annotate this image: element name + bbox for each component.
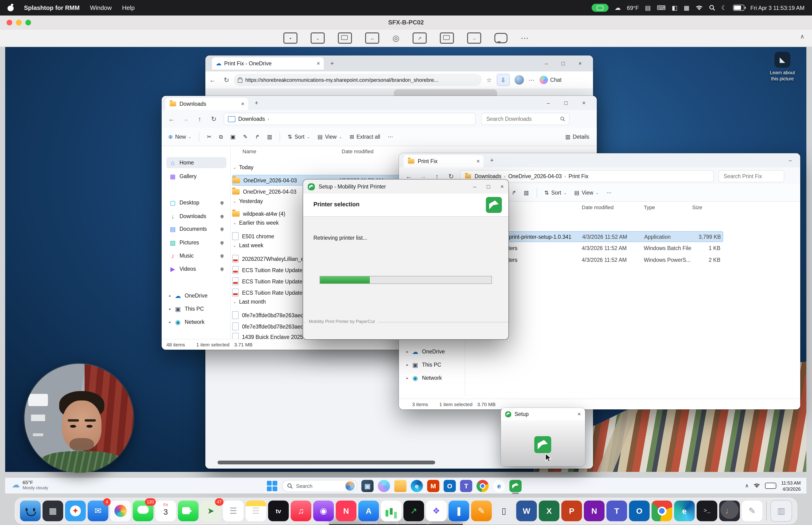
close-tab-icon[interactable]: × bbox=[241, 101, 244, 107]
address-bar[interactable]: https://shorebreakcommunications-my.shar… bbox=[233, 74, 482, 86]
up-icon[interactable]: ↑ bbox=[430, 172, 444, 180]
forward-icon[interactable]: → bbox=[179, 115, 193, 123]
view-button[interactable]: ▤ View⌄ bbox=[318, 134, 342, 140]
dock-item-finder[interactable] bbox=[20, 500, 41, 521]
taskbar-app-copilot[interactable] bbox=[378, 480, 390, 492]
dock-item-pages[interactable]: ✎ bbox=[471, 500, 492, 521]
search-input[interactable] bbox=[723, 173, 780, 180]
fit-screen-icon[interactable]: ↔ bbox=[365, 32, 379, 44]
hidden-icons-chevron[interactable]: ∧ bbox=[745, 483, 749, 489]
sidebar-item-this-pc[interactable]: ▸▣This PC bbox=[166, 303, 227, 314]
wifi-icon[interactable] bbox=[753, 483, 761, 488]
breadcrumb-print-fix[interactable]: Print Fix bbox=[569, 174, 588, 179]
dock-item-maps[interactable]: ➤47 bbox=[200, 500, 221, 521]
search-box[interactable] bbox=[481, 113, 569, 125]
refresh-icon[interactable]: ↻ bbox=[207, 115, 221, 123]
sidebar-item-home[interactable]: ⌂Home bbox=[166, 157, 227, 168]
paste-icon[interactable]: ▣ bbox=[230, 134, 235, 140]
rename-icon[interactable]: ✎ bbox=[243, 134, 247, 140]
taskbar-app-chrome[interactable] bbox=[476, 480, 489, 492]
dock-item-phone-mirroring[interactable]: ▯ bbox=[494, 500, 514, 521]
menu-help[interactable]: Help bbox=[122, 4, 135, 11]
more-options-icon[interactable]: ⋯ bbox=[521, 33, 528, 43]
minimize-icon[interactable]: – bbox=[547, 100, 550, 106]
close-tab-icon[interactable]: × bbox=[476, 158, 480, 165]
group-last-week[interactable]: ⌄Last week bbox=[233, 242, 263, 248]
fullscreen-icon[interactable]: ↗ bbox=[413, 32, 427, 44]
learn-about-this-picture[interactable]: ◣ Learn about this picture bbox=[762, 52, 802, 82]
dock-item-terminal[interactable]: >_ bbox=[696, 500, 717, 521]
downloads-tab[interactable]: Downloads × bbox=[165, 98, 248, 110]
dock-item-photos[interactable] bbox=[110, 500, 131, 521]
sidebar-item-videos[interactable]: ▶Videos bbox=[166, 263, 227, 274]
sidebar-item-onedrive[interactable]: ▸☁OneDrive bbox=[166, 290, 227, 301]
breadcrumb-downloads[interactable]: Downloads bbox=[475, 174, 501, 179]
minimize-icon[interactable]: – bbox=[789, 157, 792, 164]
maximize-icon[interactable]: □ bbox=[487, 183, 490, 190]
taskbar-app-file-explorer[interactable] bbox=[394, 480, 407, 492]
extract-all-button[interactable]: ⊞ Extract all bbox=[350, 134, 380, 140]
search-input[interactable] bbox=[486, 116, 557, 122]
dock-item-calendar[interactable]: Fri3 bbox=[155, 500, 176, 521]
dock-item-textedit[interactable]: ✎ bbox=[742, 500, 763, 521]
cloud-status-icon[interactable]: ☁ bbox=[615, 4, 621, 11]
window-manager-icon[interactable]: ▤ bbox=[645, 4, 651, 11]
column-name[interactable]: Name bbox=[243, 149, 256, 154]
focus-moon-icon[interactable]: ☾ bbox=[721, 4, 727, 11]
taskbar-weather-widget[interactable]: ☁ 65°F Mostly cloudy bbox=[12, 479, 48, 490]
dock-item-powerpoint[interactable]: P bbox=[561, 500, 582, 521]
tree-item-network[interactable]: ▸◉Network bbox=[404, 372, 464, 384]
chat-icon[interactable] bbox=[494, 33, 507, 43]
copilot-icon[interactable] bbox=[539, 76, 548, 84]
dock-item-podcasts[interactable]: ◉ bbox=[313, 500, 334, 521]
dock-item-outlook[interactable]: O bbox=[629, 500, 650, 521]
multi-monitor-icon[interactable] bbox=[338, 32, 352, 44]
session-info-icon[interactable]: ▪ bbox=[284, 32, 297, 44]
taskbar-search[interactable]: Search bbox=[282, 480, 357, 492]
new-tab-icon[interactable]: + bbox=[330, 60, 334, 67]
dock-item-trash[interactable]: ▥ bbox=[770, 500, 792, 522]
battery-icon[interactable] bbox=[733, 5, 744, 11]
dock-item-teams[interactable]: T bbox=[607, 500, 627, 521]
column-type[interactable]: Type bbox=[644, 205, 655, 210]
taskbar-app-papercut-setup[interactable] bbox=[509, 480, 522, 492]
horizontal-scrollbar[interactable] bbox=[218, 461, 435, 464]
breadcrumb-onedrive-folder[interactable]: OneDrive_2026-04-03 bbox=[508, 174, 562, 179]
start-button[interactable] bbox=[266, 480, 278, 491]
spotlight-icon[interactable] bbox=[709, 5, 715, 11]
app-menu[interactable]: Splashtop for RMM bbox=[24, 4, 80, 11]
view-options-icon[interactable]: ◎ bbox=[393, 33, 399, 43]
dock-item-facetime[interactable] bbox=[178, 500, 199, 521]
new-button[interactable]: ⊕New⌄ bbox=[168, 134, 191, 140]
wifi-icon[interactable] bbox=[695, 5, 703, 11]
sidebar-item-desktop[interactable]: ▢Desktop bbox=[166, 197, 227, 208]
column-size[interactable]: Size bbox=[692, 205, 702, 210]
taskbar-app-teams[interactable]: T bbox=[460, 480, 472, 492]
cut-icon[interactable]: ✂ bbox=[207, 134, 212, 140]
delete-icon[interactable]: ▥ bbox=[267, 134, 272, 140]
minimize-icon[interactable]: – bbox=[545, 60, 548, 67]
menubar-temperature[interactable]: 69°F bbox=[627, 4, 639, 11]
group-earlier-this-week[interactable]: ⌄Earlier this week bbox=[233, 220, 279, 226]
group-yesterday[interactable]: ⌄Yesterday bbox=[233, 198, 263, 204]
sidebar-item-music[interactable]: ♪Music bbox=[166, 250, 227, 261]
battery-icon[interactable] bbox=[765, 483, 777, 489]
favorites-star-icon[interactable]: ☆ bbox=[486, 76, 492, 84]
sort-button[interactable]: ⇅ Sort⌄ bbox=[545, 190, 567, 196]
dock-item-keynote[interactable]: ❚ bbox=[448, 500, 469, 521]
taskbar-clock[interactable]: 11:53 AM 4/3/2026 bbox=[781, 480, 801, 492]
back-icon[interactable]: ← bbox=[205, 76, 219, 84]
close-icon[interactable]: × bbox=[579, 60, 582, 67]
sidebar-item-network[interactable]: ▸◉Network bbox=[166, 316, 227, 328]
new-tab-icon[interactable]: + bbox=[255, 99, 258, 106]
sidebar-item-downloads[interactable]: ↓Downloads bbox=[166, 211, 227, 222]
grid-icon[interactable]: ▦ bbox=[684, 4, 690, 11]
up-icon[interactable]: ↑ bbox=[193, 115, 207, 123]
dock-item-app-store[interactable]: A bbox=[358, 500, 379, 521]
forward-icon[interactable]: → bbox=[416, 172, 430, 180]
sidebar-item-documents[interactable]: ▤Documents bbox=[166, 223, 227, 235]
close-icon[interactable]: × bbox=[501, 183, 504, 190]
minimize-icon[interactable]: – bbox=[473, 183, 476, 190]
taskbar-app-outlook[interactable]: O bbox=[444, 480, 456, 492]
details-button[interactable]: ▥ Details bbox=[565, 134, 589, 140]
